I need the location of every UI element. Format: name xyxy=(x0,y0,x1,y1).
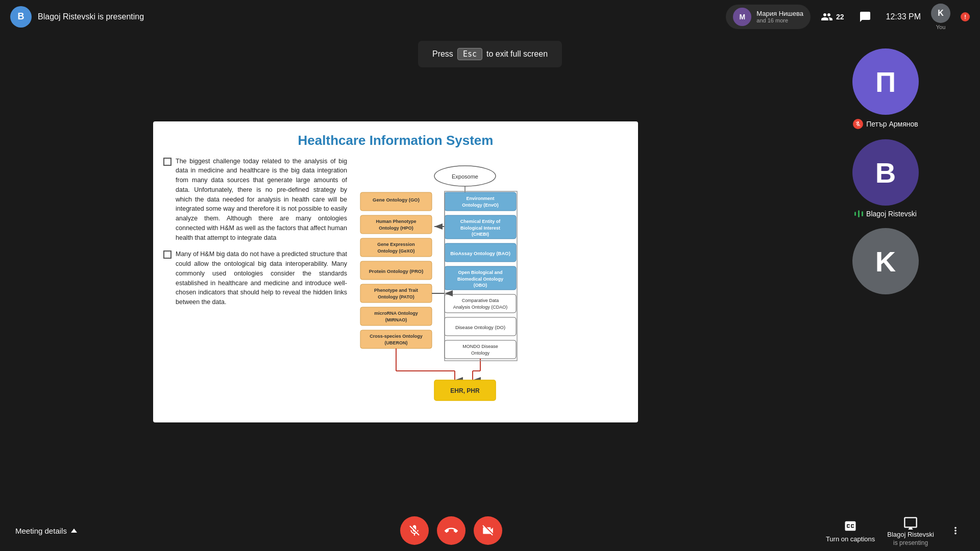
mute-button[interactable] xyxy=(400,516,429,545)
presenter-name: Blagoj Ristevski is presenting xyxy=(38,12,144,21)
mic-off-icon xyxy=(408,524,421,537)
control-buttons xyxy=(400,516,502,545)
svg-text:Comparative Data: Comparative Data xyxy=(462,298,499,303)
esc-key: Esc xyxy=(457,48,482,60)
participant-1-label: Петър Армянов xyxy=(853,119,918,129)
captions-button[interactable]: Turn on captions xyxy=(826,519,875,543)
participant-2-avatar: B xyxy=(852,139,919,206)
svg-rect-5 xyxy=(360,215,432,234)
main-area: Healthcare Information System The bigges… xyxy=(0,33,980,510)
participant-1-name: Петър Армянов xyxy=(866,120,918,128)
svg-text:Ontology (PATO): Ontology (PATO) xyxy=(378,294,414,299)
svg-text:Gene Ontology (GO): Gene Ontology (GO) xyxy=(373,197,420,203)
svg-text:Human Phenotype: Human Phenotype xyxy=(376,219,416,224)
present-icon xyxy=(903,515,918,530)
participant-1-avatar: П xyxy=(852,48,919,115)
presenting-info: Blagoj Ristevski is presenting xyxy=(887,515,934,546)
user-label: You xyxy=(936,24,946,30)
sidebar: П Петър Армянов B Blagoj Ristevski xyxy=(791,33,980,510)
svg-text:microRNA Ontology: microRNA Ontology xyxy=(374,311,418,316)
chat-button[interactable] xyxy=(854,6,876,28)
svg-rect-13 xyxy=(360,284,432,303)
participant-card-2: B Blagoj Ristevski xyxy=(852,139,919,218)
time-display: 12:33 PM xyxy=(886,12,921,21)
top-right-controls: М Мария Нишева and 16 more 22 12:33 PM K xyxy=(726,4,970,30)
participant-2-label: Blagoj Ristevski xyxy=(854,210,917,218)
svg-rect-16 xyxy=(360,307,432,325)
hangup-button[interactable] xyxy=(437,516,465,545)
svg-text:Ontology (HPO): Ontology (HPO) xyxy=(379,226,413,231)
participant-avatar-small: М xyxy=(733,8,751,26)
notification-badge: ! xyxy=(961,12,970,21)
svg-text:Phenotype and Trait: Phenotype and Trait xyxy=(374,288,418,293)
captions-icon xyxy=(843,519,857,533)
bullet-1: The biggest challenge today related to t… xyxy=(163,157,347,243)
svg-text:(MIRNAO): (MIRNAO) xyxy=(385,317,407,322)
top-bar: B Blagoj Ristevski is presenting М Мария… xyxy=(0,0,980,33)
speaking-bar-2 xyxy=(858,210,860,217)
more-options-button[interactable] xyxy=(946,521,965,540)
chevron-up-icon xyxy=(71,529,77,533)
svg-rect-8 xyxy=(360,238,432,257)
svg-rect-35 xyxy=(445,294,516,313)
mic-muted-icon xyxy=(855,121,861,127)
svg-text:BioAssay Ontology (BAO): BioAssay Ontology (BAO) xyxy=(450,251,510,256)
presenter-avatar: B xyxy=(10,6,32,28)
svg-text:Analysis Ontology (CDAO): Analysis Ontology (CDAO) xyxy=(453,305,508,310)
svg-text:(OBO): (OBO) xyxy=(474,283,487,288)
svg-text:Ontology (EnvO): Ontology (EnvO) xyxy=(462,203,499,208)
svg-text:Cross-species Ontology: Cross-species Ontology xyxy=(370,334,423,339)
svg-text:(UBERON): (UBERON) xyxy=(385,340,408,345)
svg-text:Gene Expression: Gene Expression xyxy=(377,242,415,247)
svg-text:Ontology: Ontology xyxy=(471,350,490,356)
user-avatar-group: K You xyxy=(931,4,950,30)
slide-area: Healthcare Information System The bigges… xyxy=(0,33,791,510)
user-avatar: K xyxy=(931,4,950,23)
people-count-group[interactable]: 22 xyxy=(821,11,844,23)
participant-extra: and 16 more xyxy=(756,17,803,23)
slide-frame: Healthcare Information System The bigges… xyxy=(153,121,638,422)
svg-text:Environment: Environment xyxy=(466,196,494,201)
speaking-bar-1 xyxy=(854,212,856,216)
svg-text:Open Biological and: Open Biological and xyxy=(458,270,502,275)
svg-text:Biomedical Ontology: Biomedical Ontology xyxy=(457,277,503,282)
presenting-sub: is presenting xyxy=(893,539,928,546)
checkbox-icon-2 xyxy=(163,251,172,259)
esc-banner: Press Esc to exit full screen xyxy=(418,41,562,67)
slide-text-col: The biggest challenge today related to t… xyxy=(163,157,347,414)
chat-icon xyxy=(859,11,871,23)
participant-group[interactable]: М Мария Нишева and 16 more xyxy=(726,5,811,29)
svg-text:Ontology (GeXO): Ontology (GeXO) xyxy=(378,248,415,254)
people-icon xyxy=(821,11,833,23)
svg-text:Biological Interest: Biological Interest xyxy=(460,226,500,231)
more-vert-icon xyxy=(950,525,961,536)
participant-card-1: П Петър Армянов xyxy=(852,48,919,129)
slide-body: The biggest challenge today related to t… xyxy=(153,157,638,414)
bottom-bar: Meeting details Turn on capt xyxy=(0,510,980,551)
right-controls: Turn on captions Blagoj Ristevski is pre… xyxy=(826,515,965,546)
slide-title: Healthcare Information System xyxy=(153,133,638,148)
presenting-name: Blagoj Ristevski xyxy=(887,531,934,538)
call-end-icon xyxy=(445,524,458,537)
svg-text:EHR, PHR: EHR, PHR xyxy=(450,387,480,394)
svg-text:Protein Ontology (PRO): Protein Ontology (PRO) xyxy=(369,268,424,274)
videocam-off-icon xyxy=(481,524,495,537)
muted-icon-1 xyxy=(853,119,863,129)
bullet-2: Many of H&M big data do not have a predi… xyxy=(163,249,347,307)
slide-diagram: Exposome Gene Ontology (GO) Human Phenot… xyxy=(355,157,628,414)
camera-button[interactable] xyxy=(474,516,502,545)
svg-text:Disease Ontology (DO): Disease Ontology (DO) xyxy=(455,324,505,330)
captions-label: Turn on captions xyxy=(826,535,875,543)
ontology-diagram: Exposome Gene Ontology (GO) Human Phenot… xyxy=(355,162,529,412)
svg-text:Exposome: Exposome xyxy=(452,173,478,180)
svg-text:MONDO Disease: MONDO Disease xyxy=(462,344,498,349)
meeting-details-button[interactable]: Meeting details xyxy=(15,527,77,535)
meeting-details-label: Meeting details xyxy=(15,527,67,535)
esc-prefix: Press xyxy=(432,49,453,59)
participant-card-3: K xyxy=(852,228,919,294)
svg-rect-40 xyxy=(445,340,516,359)
participant-3-avatar: K xyxy=(852,228,919,294)
presenter-info: B Blagoj Ristevski is presenting xyxy=(10,6,144,28)
participant-count: 22 xyxy=(836,13,844,21)
svg-rect-19 xyxy=(360,330,432,348)
